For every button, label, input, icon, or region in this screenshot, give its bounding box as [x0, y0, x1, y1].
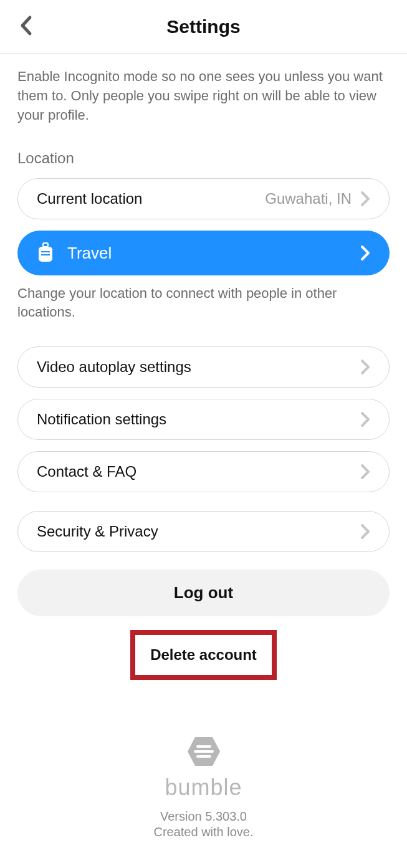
suitcase-icon — [36, 242, 55, 264]
current-location-row[interactable]: Current location Guwahati, IN — [17, 178, 390, 219]
brand-name: bumble — [17, 775, 390, 801]
page-title: Settings — [166, 16, 240, 37]
back-button[interactable] — [19, 15, 32, 39]
location-section-label: Location — [17, 150, 390, 167]
travel-label: Travel — [67, 244, 112, 263]
logout-label: Log out — [174, 583, 233, 602]
version-text: Version 5.303.0 — [17, 809, 390, 824]
notification-settings-row[interactable]: Notification settings — [17, 399, 390, 440]
chevron-right-icon — [360, 523, 370, 540]
current-location-label: Current location — [37, 190, 142, 207]
incognito-description: Enable Incognito mode so no one sees you… — [17, 67, 390, 125]
delete-account-label: Delete account — [150, 646, 257, 663]
brand-logo-icon — [186, 736, 221, 770]
security-privacy-label: Security & Privacy — [37, 523, 158, 540]
svg-rect-0 — [43, 243, 48, 247]
created-text: Created with love. — [17, 825, 390, 839]
security-privacy-row[interactable]: Security & Privacy — [17, 511, 390, 552]
video-autoplay-row[interactable]: Video autoplay settings — [17, 346, 390, 388]
chevron-right-icon — [360, 464, 370, 480]
current-location-value: Guwahati, IN — [265, 190, 352, 207]
chevron-right-icon — [360, 191, 370, 207]
contact-faq-row[interactable]: Contact & FAQ — [17, 451, 390, 492]
delete-account-button[interactable]: Delete account — [130, 630, 277, 680]
chevron-right-icon — [360, 244, 371, 262]
footer: bumble Version 5.303.0 Created with love… — [17, 736, 390, 839]
travel-row[interactable]: Travel — [17, 231, 390, 275]
chevron-right-icon — [360, 359, 370, 375]
travel-description: Change your location to connect with peo… — [17, 284, 390, 321]
logout-button[interactable]: Log out — [17, 570, 390, 616]
contact-faq-label: Contact & FAQ — [37, 463, 136, 480]
chevron-right-icon — [360, 411, 370, 427]
header-bar: Settings — [0, 0, 407, 54]
video-autoplay-label: Video autoplay settings — [37, 358, 191, 376]
notification-settings-label: Notification settings — [37, 411, 166, 428]
chevron-left-icon — [19, 15, 32, 36]
